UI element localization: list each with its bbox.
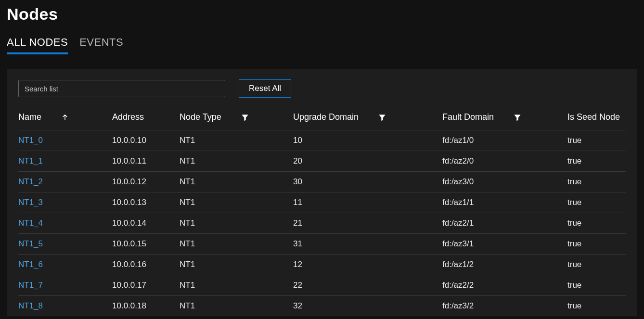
tab-all-nodes[interactable]: ALL NODES xyxy=(7,36,68,54)
cell-node-type: NT1 xyxy=(180,151,293,172)
table-row: NT1_710.0.0.17NT122fd:/az2/2true xyxy=(18,275,626,296)
cell-node-type: NT1 xyxy=(180,192,293,213)
toolbar: Reset All xyxy=(18,79,626,98)
cell-upgrade-domain: 22 xyxy=(293,275,442,296)
col-header-is-seed-label: Is Seed Node xyxy=(567,112,620,122)
nodes-table: Name Address Node Type xyxy=(18,108,626,316)
col-header-fault-domain[interactable]: Fault Domain xyxy=(442,108,567,130)
node-link[interactable]: NT1_0 xyxy=(18,136,43,145)
cell-address: 10.0.0.13 xyxy=(112,192,180,213)
cell-fault-domain: fd:/az3/2 xyxy=(442,296,567,317)
node-link[interactable]: NT1_3 xyxy=(18,198,43,207)
node-link[interactable]: NT1_5 xyxy=(18,239,43,248)
cell-fault-domain: fd:/az2/2 xyxy=(442,275,567,296)
tabs-bar: ALL NODES EVENTS xyxy=(7,36,637,54)
cell-fault-domain: fd:/az1/0 xyxy=(442,130,567,151)
cell-address: 10.0.0.12 xyxy=(112,172,180,192)
node-link[interactable]: NT1_8 xyxy=(18,301,43,310)
filter-icon[interactable] xyxy=(378,113,386,122)
cell-node-type: NT1 xyxy=(180,255,293,275)
table-row: NT1_410.0.0.14NT121fd:/az2/1true xyxy=(18,213,626,234)
cell-is-seed: true xyxy=(567,192,626,213)
cell-is-seed: true xyxy=(567,255,626,275)
cell-address: 10.0.0.14 xyxy=(112,213,180,234)
cell-node-type: NT1 xyxy=(180,234,293,255)
node-link[interactable]: NT1_1 xyxy=(18,156,43,166)
cell-upgrade-domain: 11 xyxy=(293,192,442,213)
col-header-fault-domain-label: Fault Domain xyxy=(442,112,494,122)
cell-upgrade-domain: 10 xyxy=(293,130,442,151)
col-header-node-type-label: Node Type xyxy=(180,112,221,122)
content-panel: Reset All Name Address xyxy=(7,69,637,316)
cell-node-type: NT1 xyxy=(180,172,293,192)
tab-events[interactable]: EVENTS xyxy=(79,36,123,54)
cell-upgrade-domain: 20 xyxy=(293,151,442,172)
table-row: NT1_110.0.0.11NT120fd:/az2/0true xyxy=(18,151,626,172)
cell-address: 10.0.0.17 xyxy=(112,275,180,296)
col-header-name-label: Name xyxy=(18,112,41,122)
col-header-address-label: Address xyxy=(112,112,144,122)
cell-node-type: NT1 xyxy=(180,296,293,317)
table-row: NT1_810.0.0.18NT132fd:/az3/2true xyxy=(18,296,626,317)
cell-address: 10.0.0.10 xyxy=(112,130,180,151)
cell-is-seed: true xyxy=(567,275,626,296)
filter-icon[interactable] xyxy=(241,113,249,122)
table-row: NT1_010.0.0.10NT110fd:/az1/0true xyxy=(18,130,626,151)
node-link[interactable]: NT1_2 xyxy=(18,177,43,186)
col-header-upgrade-domain-label: Upgrade Domain xyxy=(293,112,359,122)
table-row: NT1_310.0.0.13NT111fd:/az1/1true xyxy=(18,192,626,213)
page-title: Nodes xyxy=(7,5,637,24)
reset-all-button[interactable]: Reset All xyxy=(239,79,291,98)
cell-is-seed: true xyxy=(567,296,626,317)
cell-upgrade-domain: 30 xyxy=(293,172,442,192)
node-link[interactable]: NT1_4 xyxy=(18,218,43,228)
col-header-node-type[interactable]: Node Type xyxy=(180,108,293,130)
cell-node-type: NT1 xyxy=(180,275,293,296)
table-row: NT1_510.0.0.15NT131fd:/az3/1true xyxy=(18,234,626,255)
cell-upgrade-domain: 12 xyxy=(293,255,442,275)
cell-address: 10.0.0.15 xyxy=(112,234,180,255)
table-row: NT1_210.0.0.12NT130fd:/az3/0true xyxy=(18,172,626,192)
col-header-address[interactable]: Address xyxy=(112,108,180,130)
cell-upgrade-domain: 32 xyxy=(293,296,442,317)
cell-is-seed: true xyxy=(567,213,626,234)
cell-fault-domain: fd:/az1/1 xyxy=(442,192,567,213)
cell-fault-domain: fd:/az2/0 xyxy=(442,151,567,172)
node-link[interactable]: NT1_7 xyxy=(18,281,43,290)
sort-asc-icon[interactable] xyxy=(61,113,69,122)
cell-is-seed: true xyxy=(567,151,626,172)
node-link[interactable]: NT1_6 xyxy=(18,260,43,269)
col-header-name[interactable]: Name xyxy=(18,108,112,130)
cell-upgrade-domain: 31 xyxy=(293,234,442,255)
filter-icon[interactable] xyxy=(513,113,522,122)
cell-upgrade-domain: 21 xyxy=(293,213,442,234)
cell-is-seed: true xyxy=(567,172,626,192)
col-header-is-seed[interactable]: Is Seed Node xyxy=(567,108,626,130)
cell-fault-domain: fd:/az1/2 xyxy=(442,255,567,275)
cell-address: 10.0.0.18 xyxy=(112,296,180,317)
cell-address: 10.0.0.11 xyxy=(112,151,180,172)
cell-is-seed: true xyxy=(567,234,626,255)
cell-address: 10.0.0.16 xyxy=(112,255,180,275)
search-input[interactable] xyxy=(18,80,225,97)
cell-fault-domain: fd:/az3/1 xyxy=(442,234,567,255)
cell-is-seed: true xyxy=(567,130,626,151)
cell-node-type: NT1 xyxy=(180,130,293,151)
cell-fault-domain: fd:/az2/1 xyxy=(442,213,567,234)
cell-fault-domain: fd:/az3/0 xyxy=(442,172,567,192)
cell-node-type: NT1 xyxy=(180,213,293,234)
col-header-upgrade-domain[interactable]: Upgrade Domain xyxy=(293,108,442,130)
table-row: NT1_610.0.0.16NT112fd:/az1/2true xyxy=(18,255,626,275)
